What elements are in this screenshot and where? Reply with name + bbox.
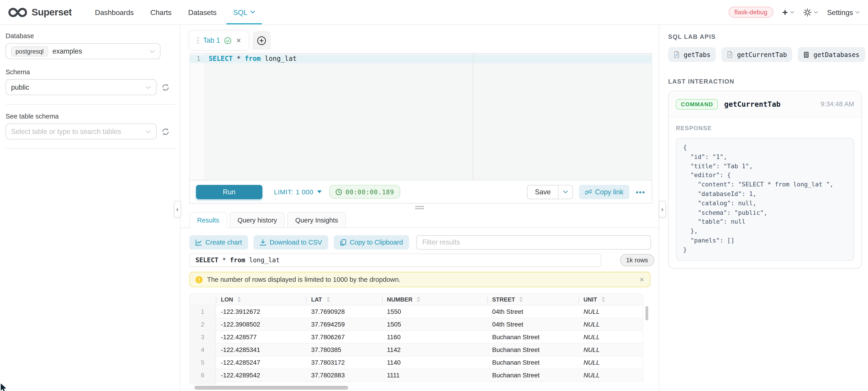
api-panel-title: SQL LAB APIS bbox=[668, 33, 861, 40]
editor-tab[interactable]: Tab 1 ✕ bbox=[189, 31, 248, 50]
chart-icon bbox=[195, 239, 202, 246]
refresh-schemas-icon[interactable] bbox=[162, 83, 169, 91]
sqllab-sidebar: Database postgresql examples Schema publ… bbox=[0, 25, 181, 391]
more-options-button[interactable]: ••• bbox=[636, 187, 645, 196]
line-number: 1 bbox=[190, 55, 204, 63]
sidebar-divider bbox=[5, 148, 176, 149]
create-chart-button[interactable]: Create chart bbox=[189, 235, 248, 250]
new-tab-button[interactable] bbox=[252, 31, 271, 50]
sql-code-line: SELECT * from long_lat bbox=[209, 55, 297, 63]
panel-resize-handle[interactable] bbox=[415, 206, 424, 210]
collapse-api-panel-button[interactable]: › bbox=[659, 201, 666, 218]
nav-item-datasets[interactable]: Datasets bbox=[180, 0, 225, 24]
download-csv-button[interactable]: Download to CSV bbox=[253, 235, 328, 250]
navbar-right: flask-debug + bbox=[728, 0, 868, 24]
command-name: getCurrentTab bbox=[724, 100, 781, 108]
command-timestamp: 9:34:48 AM bbox=[820, 100, 854, 108]
settings-menu[interactable]: Settings bbox=[827, 8, 860, 17]
tab-query-insights[interactable]: Query Insights bbox=[287, 212, 346, 228]
table-cell: 37.7694259 bbox=[306, 318, 382, 331]
table-cell: -122.428577 bbox=[216, 331, 306, 343]
query-timer: 00:00:00.189 bbox=[329, 185, 400, 199]
tab-results[interactable]: Results bbox=[189, 212, 227, 228]
filter-results-input[interactable] bbox=[416, 235, 651, 250]
sqllab-main: Tab 1 ✕ 1 SELECT * from long_lat Run LIM… bbox=[181, 25, 659, 391]
nav-item-sql[interactable]: SQL bbox=[225, 0, 264, 24]
primary-nav: Dashboards Charts Datasets SQL bbox=[87, 0, 264, 24]
table-row[interactable]: 5-122.428524737.78031721140Buchanan Stre… bbox=[189, 357, 643, 369]
table-cell: -122.4285341 bbox=[216, 344, 306, 356]
save-button[interactable]: Save bbox=[527, 185, 558, 199]
chevron-down-icon bbox=[855, 11, 860, 13]
chevron-down-icon bbox=[790, 11, 795, 13]
navbar: Superset Dashboards Charts Datasets SQL … bbox=[0, 0, 868, 25]
row-number-cell: 3 bbox=[190, 331, 216, 343]
table-row[interactable]: 4-122.428534137.7803851142Buchanan Stree… bbox=[189, 344, 643, 357]
theme-toggle[interactable] bbox=[803, 8, 818, 17]
response-json: { "id": "1", "title": "Tab 1", "editor":… bbox=[676, 138, 854, 260]
document-icon bbox=[674, 51, 680, 58]
sql-editor[interactable]: 1 SELECT * from long_lat bbox=[189, 53, 652, 180]
schema-label: Schema bbox=[5, 68, 180, 76]
environment-badge: flask-debug bbox=[728, 7, 774, 18]
table-cell: 37.7690928 bbox=[306, 305, 382, 318]
limit-dropdown[interactable]: LIMIT: 1 000 bbox=[274, 188, 322, 196]
sql-lab-page: Superset Dashboards Charts Datasets SQL … bbox=[0, 0, 868, 391]
table-schema-label: See table schema bbox=[5, 112, 180, 120]
nav-item-dashboards[interactable]: Dashboards bbox=[87, 0, 142, 24]
column-header-unit[interactable]: UNIT bbox=[579, 294, 644, 305]
nav-item-charts[interactable]: Charts bbox=[142, 0, 180, 24]
refresh-tables-icon[interactable] bbox=[162, 128, 169, 135]
cabinet-icon bbox=[804, 51, 810, 58]
copy-clipboard-button[interactable]: Copy to Clipboard bbox=[334, 235, 409, 250]
table-cell: Buchanan Street bbox=[487, 331, 579, 343]
table-select[interactable]: Select table or type to search tables bbox=[5, 124, 156, 140]
horizontal-scrollbar-thumb[interactable] bbox=[194, 386, 348, 390]
table-cell: -122.3908502 bbox=[216, 318, 306, 331]
new-item-button[interactable]: + bbox=[782, 7, 794, 17]
column-header-lat[interactable]: LAT bbox=[306, 294, 382, 305]
sort-icon bbox=[601, 297, 605, 302]
table-cell: 37.7803172 bbox=[306, 357, 382, 369]
save-dropdown-button[interactable] bbox=[558, 185, 573, 199]
table-cell: 04th Street bbox=[487, 318, 579, 331]
row-number-header bbox=[190, 294, 216, 305]
vertical-scrollbar-thumb[interactable] bbox=[645, 306, 648, 320]
table-cell: 37.7802883 bbox=[306, 369, 382, 382]
copy-link-button[interactable]: Copy link bbox=[579, 185, 629, 199]
chevron-down-icon bbox=[149, 50, 155, 53]
column-header-street[interactable]: STREET bbox=[487, 294, 579, 305]
get-tabs-button[interactable]: getTabs bbox=[668, 47, 716, 62]
sort-icon bbox=[238, 297, 241, 302]
response-label: RESPONSE bbox=[676, 124, 854, 131]
table-cell: 1160 bbox=[382, 331, 487, 343]
collapse-sidebar-button[interactable]: ‹ bbox=[174, 201, 181, 218]
close-tab-icon[interactable]: ✕ bbox=[236, 37, 241, 44]
database-select[interactable]: postgresql examples bbox=[5, 43, 161, 59]
row-number-cell: 1 bbox=[190, 305, 216, 318]
tab-query-history[interactable]: Query history bbox=[230, 212, 285, 228]
table-row[interactable]: 6-122.428954237.78028831111Buchanan Stre… bbox=[189, 369, 643, 382]
brand-name: Superset bbox=[32, 6, 72, 18]
editor-tabstrip: Tab 1 ✕ bbox=[189, 31, 271, 50]
run-button[interactable]: Run bbox=[196, 185, 262, 199]
plus-icon: + bbox=[782, 7, 787, 17]
get-databases-button[interactable]: getDatabases bbox=[798, 47, 865, 62]
schema-select[interactable]: public bbox=[5, 79, 156, 95]
dismiss-warning-icon[interactable]: ✕ bbox=[639, 276, 644, 283]
caret-down-icon bbox=[317, 191, 322, 193]
table-row[interactable]: 1-122.391267237.7690928155004th StreetNU… bbox=[189, 305, 643, 318]
table-row[interactable]: 3-122.42857737.78062671160Buchanan Stree… bbox=[189, 331, 643, 344]
api-panel: SQL LAB APIS getTabs getCurrentTab getDa… bbox=[659, 25, 868, 391]
chevron-down-icon bbox=[146, 130, 151, 133]
get-current-tab-button[interactable]: getCurrentTab bbox=[721, 47, 793, 62]
column-header-lon[interactable]: LON bbox=[216, 294, 306, 305]
superset-logo[interactable]: Superset bbox=[0, 0, 72, 24]
column-header-number[interactable]: NUMBER bbox=[382, 294, 487, 305]
table-cell: NULL bbox=[579, 318, 644, 331]
query-preview: SELECT * from long_lat bbox=[189, 253, 601, 267]
table-cell: 37.780385 bbox=[306, 344, 382, 356]
row-limit-warning: ! The number of rows displayed is limite… bbox=[189, 272, 650, 287]
table-row[interactable]: 2-122.390850237.7694259150504th StreetNU… bbox=[189, 318, 643, 331]
results-table-body: 1-122.391267237.7690928155004th StreetNU… bbox=[189, 305, 643, 382]
